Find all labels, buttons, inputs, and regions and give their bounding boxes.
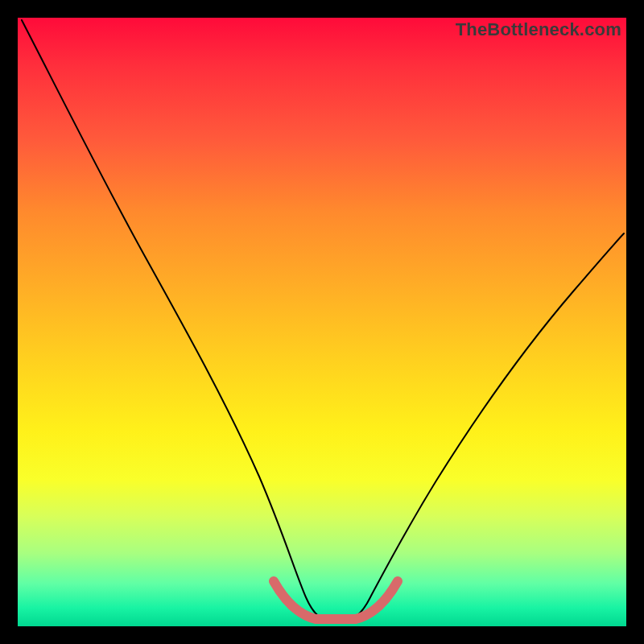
chart-svg (18, 18, 626, 626)
chart-plot-area: TheBottleneck.com (18, 18, 626, 626)
bottleneck-curve (22, 20, 624, 620)
chart-frame: TheBottleneck.com (0, 0, 644, 644)
tolerance-band (274, 581, 398, 619)
